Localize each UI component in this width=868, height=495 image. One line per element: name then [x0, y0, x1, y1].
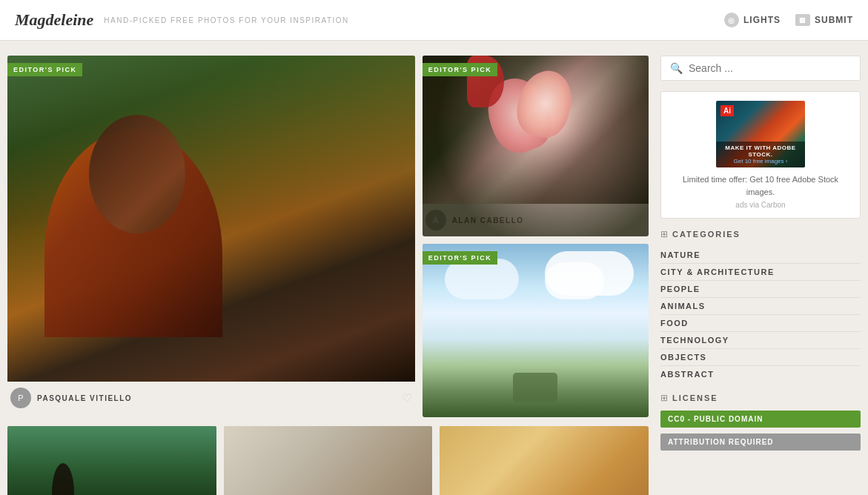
- header: Magdeleine HAND-PICKED FREE PHOTOS FOR Y…: [0, 0, 868, 41]
- categories-icon: ⊞: [660, 229, 668, 239]
- category-abstract[interactable]: ABSTRACT: [660, 366, 861, 382]
- photo-bottom-forest-left[interactable]: [7, 426, 216, 495]
- category-food[interactable]: FOOD: [660, 315, 861, 332]
- category-animals[interactable]: ANIMALS: [660, 298, 861, 315]
- avatar-1: P: [10, 388, 31, 408]
- photo-bottom-forest-right[interactable]: [224, 426, 433, 495]
- adobe-logo: Ai: [720, 105, 734, 116]
- search-input[interactable]: [689, 62, 851, 74]
- photo-forest-right-image: [224, 426, 433, 495]
- caption-left-1: P PASQUALE VITIELLO: [10, 388, 132, 408]
- license-section: ⊞ LICENSE CC0 - PUBLIC DOMAIN ATTRIBUTIO…: [660, 393, 861, 451]
- search-icon: 🔍: [670, 62, 683, 74]
- photo-grid-top: EDITOR'S PICK P PASQUALE VITIELLO ♡: [7, 56, 649, 417]
- sidebar: 🔍 Ai MAKE IT WITH ADOBE STOCK. Get 10 fr…: [660, 56, 861, 495]
- categories-list: NATURE CITY & ARCHITECTURE PEOPLE ANIMAL…: [660, 247, 861, 382]
- category-city-architecture[interactable]: CITY & ARCHITECTURE: [660, 264, 861, 281]
- category-objects[interactable]: OBJECTS: [660, 349, 861, 366]
- license-cc0-badge[interactable]: CC0 - PUBLIC DOMAIN: [660, 411, 861, 428]
- license-badges: CC0 - PUBLIC DOMAIN ATTRIBUTION REQUIRED: [660, 411, 861, 451]
- ad-block: Ai MAKE IT WITH ADOBE STOCK. Get 10 free…: [660, 91, 861, 219]
- photo-forest-left-image: [7, 426, 216, 495]
- search-box: 🔍: [660, 56, 861, 81]
- like-button-1[interactable]: ♡: [402, 391, 412, 405]
- site-tagline: HAND-PICKED FREE PHOTOS FOR YOUR INSPIRA…: [104, 16, 348, 24]
- photo-card-flowers: EDITOR'S PICK A ALAN CABELLO ♡: [423, 56, 649, 236]
- photo-macro-image: [440, 426, 649, 495]
- photo-caption-1: P PASQUALE VITIELLO ♡: [7, 382, 415, 414]
- photo-clouds-image[interactable]: [423, 244, 649, 385]
- author-name-1: PASQUALE VITIELLO: [37, 394, 132, 402]
- ad-via: ads via Carbon: [670, 201, 851, 209]
- ad-text: Limited time offer: Get 10 free Adobe St…: [670, 173, 851, 198]
- category-technology[interactable]: TECHNOLOGY: [660, 332, 861, 349]
- lights-button[interactable]: ◎ LIGHTS: [724, 13, 781, 27]
- categories-section: ⊞ CATEGORIES NATURE CITY & ARCHITECTURE …: [660, 229, 861, 382]
- avatar-img-1: P: [10, 388, 31, 408]
- category-people[interactable]: PEOPLE: [660, 281, 861, 298]
- license-title: LICENSE: [672, 393, 718, 402]
- categories-title: CATEGORIES: [672, 230, 741, 239]
- ad-image[interactable]: Ai MAKE IT WITH ADOBE STOCK. Get 10 free…: [716, 101, 805, 167]
- site-logo[interactable]: Magdeleine: [15, 10, 93, 30]
- photo-flowers-image[interactable]: [423, 56, 649, 204]
- categories-header: ⊞ CATEGORIES: [660, 229, 861, 239]
- photo-grid-bottom: [7, 426, 649, 495]
- photo-bottom-macro[interactable]: [440, 426, 649, 495]
- license-icon: ⊞: [660, 393, 668, 403]
- main-layout: EDITOR'S PICK P PASQUALE VITIELLO ♡: [0, 41, 868, 495]
- content-column: EDITOR'S PICK P PASQUALE VITIELLO ♡: [7, 56, 649, 495]
- photo-main-card: EDITOR'S PICK P PASQUALE VITIELLO ♡: [7, 56, 415, 414]
- category-nature[interactable]: NATURE: [660, 247, 861, 264]
- ad-cta2[interactable]: Get 10 free images ›: [720, 158, 801, 165]
- photo-card-clouds: EDITOR'S PICK P PASQUALE VITIELLO ♡: [423, 244, 649, 417]
- header-actions: ◎ LIGHTS ▦ SUBMIT: [724, 13, 853, 27]
- submit-icon: ▦: [795, 14, 810, 26]
- editors-pick-badge-3: EDITOR'S PICK: [423, 251, 497, 265]
- license-header: ⊞ LICENSE: [660, 393, 861, 403]
- ad-cta: MAKE IT WITH ADOBE STOCK.: [720, 144, 801, 158]
- photo-side-column: EDITOR'S PICK A ALAN CABELLO ♡: [423, 56, 649, 417]
- lights-icon: ◎: [724, 13, 739, 27]
- submit-button[interactable]: ▦ SUBMIT: [795, 14, 853, 26]
- license-attribution-badge[interactable]: ATTRIBUTION REQUIRED: [660, 433, 861, 451]
- editors-pick-badge-1: EDITOR'S PICK: [7, 63, 82, 76]
- editors-pick-badge-2: EDITOR'S PICK: [423, 63, 497, 76]
- photo-main-image[interactable]: [7, 56, 415, 382]
